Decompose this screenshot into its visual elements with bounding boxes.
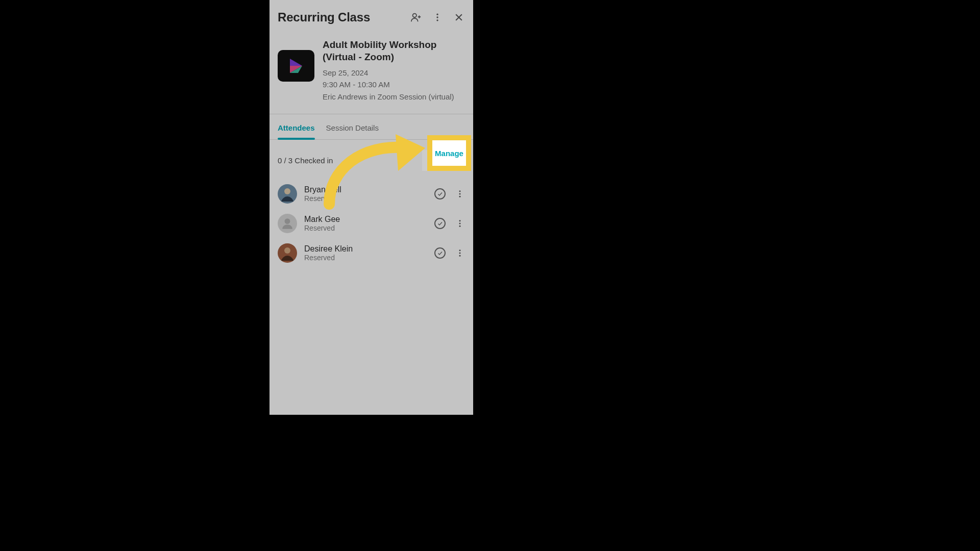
attendee-row-actions — [434, 217, 465, 230]
attendee-status: Reserved — [304, 224, 427, 232]
svg-point-13 — [285, 218, 290, 224]
avatar — [278, 243, 297, 263]
attendee-list: Bryan Bell Reserved Mark Gee Reserved — [270, 176, 473, 271]
svg-point-12 — [459, 196, 461, 197]
check-icon — [437, 220, 443, 227]
attendee-name: Desiree Klein — [304, 244, 427, 254]
attendee-meta: Mark Gee Reserved — [304, 215, 427, 232]
svg-point-19 — [459, 249, 461, 251]
attendee-name: Bryan Bell — [304, 185, 427, 194]
svg-point-3 — [436, 14, 438, 15]
attendee-more-button[interactable] — [455, 188, 465, 200]
attendee-row: Desiree Klein Reserved — [278, 238, 465, 268]
session-text: Adult Mobility Workshop (Virtual - Zoom)… — [323, 39, 465, 103]
checkin-bar: 0 / 3 Checked in Manage — [270, 140, 473, 176]
svg-point-14 — [459, 220, 461, 221]
svg-point-10 — [459, 190, 461, 192]
checkin-toggle[interactable] — [434, 247, 446, 259]
more-vert-icon — [455, 189, 464, 198]
panel-title: Recurring Class — [278, 10, 370, 24]
class-app-icon — [278, 50, 314, 82]
avatar-placeholder-icon — [281, 217, 294, 230]
attendee-status: Reserved — [304, 254, 427, 262]
svg-point-9 — [284, 188, 290, 194]
avatar-image-icon — [278, 243, 297, 263]
attendee-name: Mark Gee — [304, 215, 427, 224]
svg-point-15 — [459, 222, 461, 224]
attendee-row-actions — [434, 247, 465, 259]
check-icon — [437, 191, 443, 197]
svg-point-11 — [459, 193, 461, 194]
tab-attendees[interactable]: Attendees — [278, 114, 315, 139]
more-vert-icon — [455, 219, 464, 228]
checkin-toggle[interactable] — [434, 188, 446, 199]
more-vert-icon — [432, 12, 443, 22]
svg-point-4 — [436, 16, 438, 18]
class-time: 9:30 AM - 10:30 AM — [323, 79, 465, 90]
attendee-row: Bryan Bell Reserved — [278, 179, 465, 209]
class-name: Adult Mobility Workshop (Virtual - Zoom) — [323, 39, 465, 63]
class-instructor-location: Eric Andrews in Zoom Session (virtual) — [323, 91, 465, 103]
attendee-more-button[interactable] — [455, 217, 465, 230]
checkin-toggle[interactable] — [434, 218, 446, 229]
class-detail-panel: Recurring Class — [270, 0, 473, 415]
svg-point-18 — [284, 247, 290, 254]
checkin-status: 0 / 3 Checked in — [278, 156, 333, 165]
close-button[interactable] — [453, 11, 465, 23]
add-person-button[interactable] — [410, 11, 422, 23]
panel-header: Recurring Class — [270, 0, 473, 32]
avatar-image-icon — [278, 184, 297, 204]
close-icon — [454, 12, 464, 22]
attendee-meta: Desiree Klein Reserved — [304, 244, 427, 262]
svg-point-21 — [459, 255, 461, 257]
tab-bar: Attendees Session Details — [270, 114, 473, 140]
avatar — [278, 184, 297, 204]
class-date: Sep 25, 2024 — [323, 67, 465, 79]
attendee-status: Reserved — [304, 194, 427, 203]
tab-session-details[interactable]: Session Details — [326, 114, 379, 139]
session-info: Adult Mobility Workshop (Virtual - Zoom)… — [270, 32, 473, 114]
header-actions — [410, 11, 465, 23]
avatar — [278, 214, 297, 233]
attendee-more-button[interactable] — [455, 247, 465, 259]
attendee-row: Mark Gee Reserved — [278, 209, 465, 238]
more-vert-icon — [455, 248, 464, 258]
more-options-button[interactable] — [431, 11, 444, 23]
svg-point-20 — [459, 252, 461, 254]
svg-point-0 — [413, 14, 416, 17]
svg-point-16 — [459, 226, 461, 227]
app-logo-icon — [286, 56, 306, 76]
attendee-meta: Bryan Bell Reserved — [304, 185, 427, 203]
person-add-icon — [410, 12, 422, 23]
attendee-row-actions — [434, 188, 465, 200]
check-icon — [437, 250, 443, 256]
svg-point-5 — [436, 19, 438, 21]
manage-button[interactable]: Manage — [422, 150, 465, 171]
